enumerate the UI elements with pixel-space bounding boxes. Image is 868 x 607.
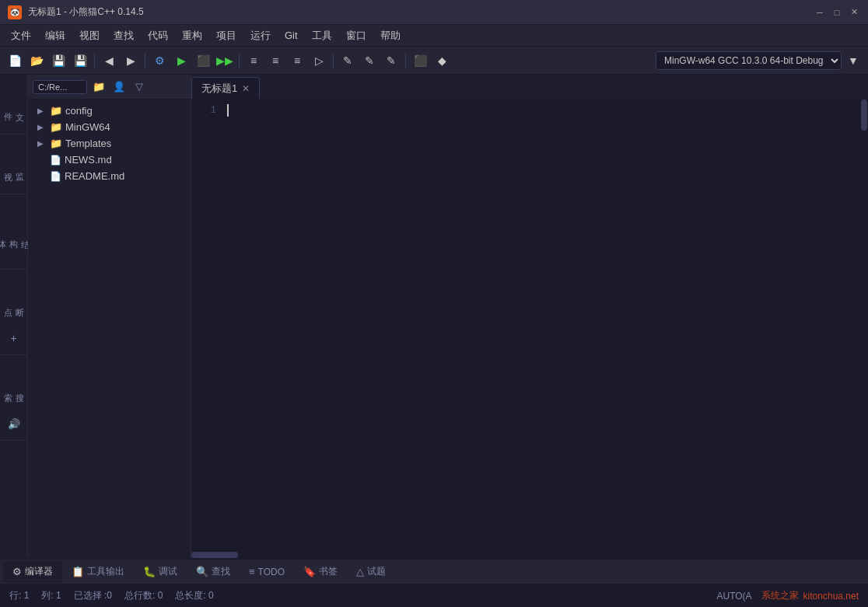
- menu-item-视图[interactable]: 视图: [73, 26, 106, 45]
- toolbar-sep3: [239, 53, 240, 68]
- tree-folder-MinGW64[interactable]: ▶📁MinGW64: [28, 119, 191, 135]
- toolbar-unindent[interactable]: ≡: [265, 51, 285, 71]
- file-panel-filter[interactable]: ▽: [131, 78, 148, 96]
- status-right: AUTO(A 系统之家 kitonchua.net: [716, 589, 859, 602]
- toolbar-save-all[interactable]: 💾: [70, 51, 90, 71]
- tree-folder-Templates[interactable]: ▶📁Templates: [28, 135, 191, 152]
- toolbar: 📄 📂 💾 💾 ◀ ▶ ⚙ ▶ ⬛ ▶▶ ≡ ≡ ≡ ▷ ✎ ✎ ✎ ⬛ ◆ M…: [0, 47, 868, 75]
- toolbar-sep2: [145, 53, 145, 68]
- sidebar-search-icon[interactable]: 搜索: [2, 363, 26, 410]
- toolbar-back[interactable]: ◀: [99, 51, 119, 71]
- toolbar-new[interactable]: 📄: [5, 51, 25, 71]
- menu-item-运行[interactable]: 运行: [244, 26, 277, 45]
- file-icon: 📄: [50, 171, 61, 182]
- sidebar-breakpoint-icon[interactable]: 断点: [2, 277, 26, 324]
- bottom-tab-工具输出[interactable]: 📋工具输出: [62, 561, 134, 583]
- toolbar-stop[interactable]: ⬛: [410, 51, 430, 71]
- toolbar-edit2[interactable]: ✎: [359, 51, 380, 71]
- toolbar-debug-run[interactable]: ⬛: [193, 51, 213, 71]
- editor-scrollbar-h[interactable]: [191, 551, 868, 559]
- menu-item-窗口[interactable]: 窗口: [340, 26, 373, 45]
- bottom-tab-label-编译器: 编译器: [25, 565, 53, 578]
- menu-item-文件[interactable]: 文件: [5, 26, 37, 45]
- menu-item-工具[interactable]: 工具: [306, 26, 338, 45]
- editor-content[interactable]: 1: [191, 99, 868, 551]
- bottom-tabs: ⚙编译器📋工具输出🐛调试🔍查找≡TODO🔖书签△试题: [0, 559, 868, 584]
- tree-file-NEWS.md[interactable]: 📄NEWS.md: [28, 152, 191, 168]
- compiler-select[interactable]: MinGW-w64 GCC 10.3.0 64-bit Debug: [656, 51, 842, 70]
- left-sidebar: 文件 监视 结构体 断点 + 搜索 🔊: [0, 75, 28, 559]
- menu-item-查找[interactable]: 查找: [107, 26, 140, 45]
- bottom-tab-调试[interactable]: 🐛调试: [134, 561, 187, 583]
- folder-arrow-icon: ▶: [37, 123, 47, 131]
- tree-file-README.md[interactable]: 📄README.md: [28, 168, 191, 184]
- toolbar-edit3[interactable]: ✎: [381, 51, 401, 71]
- file-tree: ▶📁config▶📁MinGW64▶📁Templates📄NEWS.md📄REA…: [28, 99, 191, 559]
- toolbar-save[interactable]: 💾: [48, 51, 68, 71]
- tab-close-1[interactable]: ✕: [242, 83, 250, 94]
- sidebar-group-3: 结构体: [0, 199, 27, 270]
- tree-folder-config[interactable]: ▶📁config: [28, 103, 191, 119]
- sidebar-group-2: 监视: [0, 139, 27, 194]
- sidebar-struct-icon[interactable]: 结构体: [2, 202, 26, 264]
- toolbar-compile-run[interactable]: ▶▶: [215, 51, 235, 71]
- toolbar-compile[interactable]: ⚙: [149, 51, 170, 71]
- close-button[interactable]: ✕: [848, 6, 860, 19]
- menu-item-项目[interactable]: 项目: [210, 26, 243, 45]
- status-total-length: 总长度: 0: [175, 589, 213, 602]
- bottom-tab-TODO[interactable]: ≡TODO: [240, 561, 294, 583]
- toolbar-sep1: [94, 53, 95, 68]
- menu-item-重构[interactable]: 重构: [176, 26, 208, 45]
- toolbar-open[interactable]: 📂: [26, 51, 47, 71]
- maximize-button[interactable]: □: [831, 6, 843, 19]
- code-area[interactable]: [222, 99, 860, 551]
- file-panel-btn2[interactable]: 👤: [110, 78, 128, 96]
- toolbar-sep4: [333, 53, 334, 68]
- menu-item-编辑[interactable]: 编辑: [39, 26, 72, 45]
- bottom-tab-label-调试: 调试: [159, 565, 177, 578]
- editor-cursor: [227, 104, 229, 117]
- bottom-tab-编译器[interactable]: ⚙编译器: [3, 561, 62, 583]
- toolbar-format[interactable]: ▷: [309, 51, 329, 71]
- folder-arrow-icon: ▶: [37, 106, 47, 115]
- menu-item-Git[interactable]: Git: [278, 27, 304, 44]
- sidebar-plus-icon[interactable]: +: [2, 326, 26, 350]
- menu-item-帮助[interactable]: 帮助: [374, 26, 407, 45]
- status-selected: 已选择 :0: [74, 589, 112, 602]
- minimize-button[interactable]: ─: [814, 6, 826, 19]
- file-panel-btn1[interactable]: 📁: [90, 78, 107, 96]
- bottom-tab-查找[interactable]: 🔍查找: [187, 561, 240, 583]
- bottom-tab-label-工具输出: 工具输出: [87, 565, 124, 578]
- sidebar-watch-icon[interactable]: 监视: [2, 142, 26, 189]
- tree-item-label: MinGW64: [65, 121, 110, 133]
- scrollbar-thumb-h[interactable]: [191, 552, 238, 558]
- tree-item-label: NEWS.md: [65, 154, 112, 166]
- folder-icon: 📁: [50, 121, 62, 133]
- editor-scrollbar-v[interactable]: [860, 99, 868, 551]
- toolbar-run[interactable]: ▶: [171, 51, 191, 71]
- bottom-tab-icon-调试: 🐛: [143, 566, 156, 577]
- bottom-tab-label-TODO: TODO: [258, 567, 285, 577]
- toolbar-sep5: [405, 53, 406, 68]
- toolbar-indent2[interactable]: ≡: [287, 51, 307, 71]
- title-text: 无标题1 - 小熊猫C++ 0.14.5: [28, 5, 807, 19]
- main-area: 文件 监视 结构体 断点 + 搜索 🔊 C:/Re... 📁 👤 ▽ ▶📁con…: [0, 75, 868, 559]
- file-panel-path[interactable]: C:/Re...: [33, 80, 87, 94]
- toolbar-profile[interactable]: ◆: [432, 51, 452, 71]
- editor-tab-1[interactable]: 无标题1 ✕: [191, 77, 260, 99]
- compiler-dropdown[interactable]: ▼: [843, 51, 863, 71]
- watermark-text: 系统之家: [761, 589, 799, 602]
- file-icon: 📄: [50, 155, 61, 166]
- toolbar-indent[interactable]: ≡: [243, 51, 264, 71]
- bottom-tab-icon-TODO: ≡: [249, 566, 255, 577]
- bottom-tab-试题[interactable]: △试题: [347, 561, 395, 583]
- scrollbar-thumb-v[interactable]: [861, 99, 867, 131]
- watermark: 系统之家 kitonchua.net: [761, 589, 859, 602]
- status-line: 行: 1: [9, 589, 29, 602]
- sidebar-speaker-icon[interactable]: 🔊: [2, 412, 26, 435]
- title-bar: 🐼 无标题1 - 小熊猫C++ 0.14.5 ─ □ ✕: [0, 0, 868, 25]
- bottom-tab-书签[interactable]: 🔖书签: [294, 561, 347, 583]
- toolbar-forward[interactable]: ▶: [121, 51, 141, 71]
- toolbar-edit[interactable]: ✎: [338, 51, 358, 71]
- menu-item-代码[interactable]: 代码: [142, 26, 174, 45]
